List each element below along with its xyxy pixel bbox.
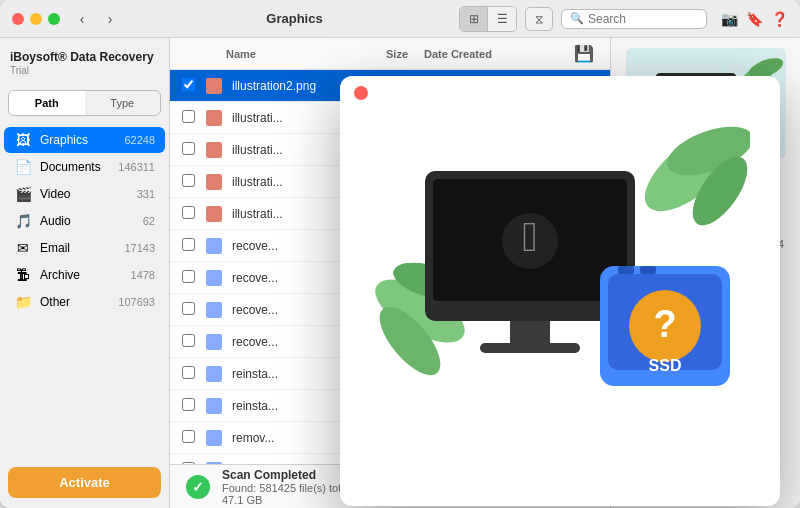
file-checkbox[interactable] <box>182 270 195 283</box>
path-tab[interactable]: Path <box>9 91 85 115</box>
grid-view-button[interactable]: ⊞ <box>460 7 488 31</box>
file-checkbox[interactable] <box>182 142 195 155</box>
forward-button[interactable]: › <box>98 7 122 31</box>
col-save-header: 💾 <box>574 44 598 63</box>
sidebar-label-graphics: Graphics <box>40 133 116 147</box>
main-content: iBoysoft® Data Recovery Trial Path Type … <box>0 38 800 508</box>
popup-illustration:  ? SSD <box>370 111 750 471</box>
back-button[interactable]: ‹ <box>70 7 94 31</box>
sidebar-count-graphics: 62248 <box>124 134 155 146</box>
search-bar: 🔍 <box>561 9 707 29</box>
archive-icon: 🗜 <box>14 267 32 283</box>
help-icon[interactable]: ❓ <box>771 11 788 27</box>
sidebar-count-email: 17143 <box>124 242 155 254</box>
bookmark-icon[interactable]: 🔖 <box>746 11 763 27</box>
file-checkbox[interactable] <box>182 206 195 219</box>
search-input[interactable] <box>588 12 698 26</box>
search-icon: 🔍 <box>570 12 584 25</box>
email-icon: ✉ <box>14 240 32 256</box>
sidebar-label-video: Video <box>40 187 129 201</box>
sidebar-item-video[interactable]: 🎬 Video 331 <box>4 181 165 207</box>
sidebar-count-archive: 1478 <box>131 269 155 281</box>
col-date-header: Date Created <box>424 48 574 60</box>
sidebar-item-email[interactable]: ✉ Email 17143 <box>4 235 165 261</box>
preview-popup:  ? SSD <box>340 76 780 506</box>
file-checkbox-cell <box>182 269 206 287</box>
file-type-icon <box>206 334 226 350</box>
svg-text:?: ? <box>653 303 676 345</box>
file-checkbox-cell <box>182 333 206 351</box>
file-checkbox-cell <box>182 365 206 383</box>
file-type-icon <box>206 430 226 446</box>
file-checkbox-cell <box>182 237 206 255</box>
file-checkbox-cell <box>182 205 206 223</box>
sidebar-label-documents: Documents <box>40 160 110 174</box>
svg-rect-30 <box>618 266 634 274</box>
file-type-icon <box>206 366 226 382</box>
file-type-icon <box>206 270 226 286</box>
file-checkbox[interactable] <box>182 430 195 443</box>
nav-arrows: ‹ › <box>70 7 122 31</box>
popup-close-button[interactable] <box>354 86 368 100</box>
file-type-icon <box>206 142 226 158</box>
minimize-button[interactable] <box>30 13 42 25</box>
file-checkbox-cell <box>182 109 206 127</box>
file-type-icon <box>206 398 226 414</box>
type-tab[interactable]: Type <box>85 91 161 115</box>
video-icon: 🎬 <box>14 186 32 202</box>
file-checkbox[interactable] <box>182 78 195 91</box>
filter-button[interactable]: ⧖ <box>525 7 553 31</box>
file-checkbox[interactable] <box>182 174 195 187</box>
file-checkbox-cell <box>182 173 206 191</box>
sidebar-count-audio: 62 <box>143 215 155 227</box>
app-window: ‹ › Graphics ⊞ ☰ ⧖ 🔍 📷 🔖 ❓ iBoys <box>0 0 800 508</box>
sidebar-label-archive: Archive <box>40 268 123 282</box>
graphics-icon: 🖼 <box>14 132 32 148</box>
file-type-icon <box>206 78 226 94</box>
file-type-icon <box>206 174 226 190</box>
sidebar-item-audio[interactable]: 🎵 Audio 62 <box>4 208 165 234</box>
sidebar-count-video: 331 <box>137 188 155 200</box>
sidebar-label-other: Other <box>40 295 110 309</box>
maximize-button[interactable] <box>48 13 60 25</box>
view-toggle: ⊞ ☰ <box>459 6 517 32</box>
list-view-button[interactable]: ☰ <box>488 7 516 31</box>
sidebar-item-documents[interactable]: 📄 Documents 146311 <box>4 154 165 180</box>
svg-rect-31 <box>640 266 656 274</box>
sidebar-item-archive[interactable]: 🗜 Archive 1478 <box>4 262 165 288</box>
activate-button[interactable]: Activate <box>8 467 161 498</box>
close-button[interactable] <box>12 13 24 25</box>
other-icon: 📁 <box>14 294 32 310</box>
sidebar-item-other[interactable]: 📁 Other 107693 <box>4 289 165 315</box>
file-type-icon <box>206 206 226 222</box>
file-checkbox-cell <box>182 429 206 447</box>
file-checkbox-cell <box>182 141 206 159</box>
traffic-lights <box>12 13 60 25</box>
sidebar-item-graphics[interactable]: 🖼 Graphics 62248 <box>4 127 165 153</box>
file-checkbox[interactable] <box>182 366 195 379</box>
file-checkbox[interactable] <box>182 302 195 315</box>
sidebar-header: iBoysoft® Data Recovery Trial <box>0 38 169 84</box>
file-checkbox[interactable] <box>182 398 195 411</box>
sidebar-count-other: 107693 <box>118 296 155 308</box>
file-list-header: Name Size Date Created 💾 <box>170 38 610 70</box>
col-size-header: Size <box>344 48 424 60</box>
sidebar-tabs: Path Type <box>8 90 161 116</box>
camera-icon[interactable]: 📷 <box>721 11 738 27</box>
file-checkbox[interactable] <box>182 110 195 123</box>
content-area: Name Size Date Created 💾 illustration2.p… <box>170 38 800 508</box>
sidebar-label-audio: Audio <box>40 214 135 228</box>
sidebar-count-documents: 146311 <box>118 161 155 173</box>
sidebar-items: 🖼 Graphics 62248 📄 Documents 146311 🎬 Vi… <box>0 122 169 459</box>
col-name-header: Name <box>226 48 344 60</box>
file-checkbox[interactable] <box>182 238 195 251</box>
svg-text::  <box>522 213 537 260</box>
app-title: iBoysoft® Data Recovery <box>10 50 159 64</box>
file-type-icon <box>206 110 226 126</box>
titlebar-right: ⊞ ☰ ⧖ 🔍 📷 🔖 ❓ <box>459 6 788 32</box>
sidebar: iBoysoft® Data Recovery Trial Path Type … <box>0 38 170 508</box>
svg-rect-26 <box>510 321 550 343</box>
file-checkbox[interactable] <box>182 334 195 347</box>
audio-icon: 🎵 <box>14 213 32 229</box>
file-checkbox-cell <box>182 77 206 95</box>
